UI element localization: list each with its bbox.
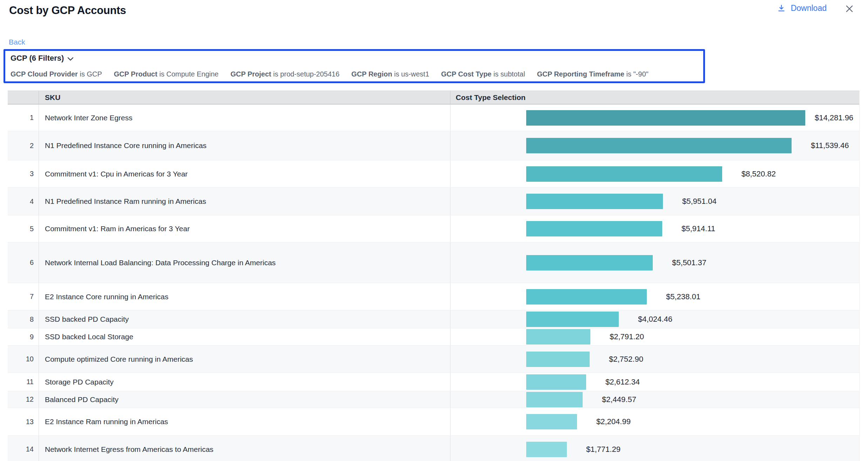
chevron-down-icon <box>67 56 74 61</box>
cost-bar <box>526 329 590 345</box>
filter-operator: is <box>159 70 166 78</box>
cost-bar <box>526 255 653 270</box>
close-icon <box>845 4 854 14</box>
row-sku-label: Balanced PD Capacity <box>39 391 450 408</box>
cost-value-label: $8,520.82 <box>741 169 776 179</box>
row-chart-cell: $2,204.99 <box>450 408 859 435</box>
row-sku-label: E2 Instance Core running in Americas <box>39 283 450 310</box>
row-chart-cell: $1,771.29 <box>450 436 859 461</box>
filter-item: GCP Project is prod-setup-205416 <box>230 70 339 78</box>
row-chart-cell: $5,914.11 <box>450 215 859 242</box>
row-index: 2 <box>8 131 39 160</box>
filter-field-name: GCP Product <box>114 70 157 78</box>
cost-value-label: $5,501.37 <box>672 258 706 267</box>
page-title: Cost by GCP Accounts <box>9 4 126 17</box>
row-sku-label: Network Inter Zone Egress <box>39 105 450 131</box>
row-index: 13 <box>8 408 39 435</box>
row-chart-cell: $5,238.01 <box>450 283 859 310</box>
filter-panel: GCP (6 Filters) GCP Cloud Provider is GC… <box>4 49 705 83</box>
filter-operator: is <box>494 70 501 78</box>
back-link[interactable]: Back <box>9 38 25 46</box>
column-header-index <box>8 91 39 104</box>
row-sku-label: Network Internet Egress from Americas to… <box>39 436 450 461</box>
filter-value: Compute Engine <box>166 70 218 78</box>
cost-bar <box>526 374 586 390</box>
filter-field-name: GCP Project <box>230 70 271 78</box>
table-row: 7 E2 Instance Core running in Americas $… <box>8 283 859 310</box>
cost-value-label: $1,771.29 <box>586 445 621 454</box>
row-sku-label: SSD backed PD Capacity <box>39 310 450 328</box>
cost-value-label: $5,238.01 <box>666 292 700 301</box>
cost-bar <box>526 138 792 153</box>
cost-value-label: $14,281.96 <box>815 113 853 122</box>
table-row: 4 N1 Predefined Instance Ram running in … <box>8 187 859 215</box>
row-index: 8 <box>8 310 39 328</box>
row-sku-label: N1 Predefined Instance Core running in A… <box>39 131 450 160</box>
filter-item: GCP Reporting Timeframe is "-90" <box>537 70 649 78</box>
download-label: Download <box>791 4 827 13</box>
row-index: 10 <box>8 346 39 373</box>
cost-bar <box>526 392 583 407</box>
cost-bar <box>526 414 577 429</box>
filter-field-name: GCP Cost Type <box>441 70 491 78</box>
row-index: 4 <box>8 188 39 215</box>
cost-value-label: $4,024.46 <box>638 315 672 324</box>
row-index: 14 <box>8 436 39 461</box>
row-index: 3 <box>8 160 39 187</box>
row-index: 7 <box>8 283 39 310</box>
table-row: 2 N1 Predefined Instance Core running in… <box>8 131 859 160</box>
filter-field-name: GCP Cloud Provider <box>11 70 78 78</box>
column-header-sku: SKU <box>39 91 450 104</box>
filter-item: GCP Cost Type is subtotal <box>441 70 525 78</box>
row-sku-label: Storage PD Capacity <box>39 373 450 391</box>
filter-summary-toggle[interactable]: GCP (6 Filters) <box>11 54 74 63</box>
filter-field-name: GCP Region <box>351 70 392 78</box>
row-sku-label: Compute optimized Core running in Americ… <box>39 346 450 373</box>
filter-field-name: GCP Reporting Timeframe <box>537 70 624 78</box>
filter-value: prod-setup-205416 <box>280 70 339 78</box>
row-chart-cell: $11,539.46 <box>450 131 859 160</box>
row-chart-cell: $2,612.34 <box>450 373 859 391</box>
cost-value-label: $2,752.90 <box>609 355 643 364</box>
row-index: 9 <box>8 328 39 345</box>
filter-value: subtotal <box>501 70 525 78</box>
table-row: 14 Network Internet Egress from Americas… <box>8 435 859 461</box>
download-icon <box>777 4 786 13</box>
row-chart-cell: $5,501.37 <box>450 242 859 283</box>
close-button[interactable] <box>843 3 855 15</box>
cost-bar <box>526 221 662 236</box>
cost-value-label: $2,449.57 <box>602 395 636 404</box>
filter-operator: is <box>273 70 280 78</box>
cost-bar <box>526 442 567 457</box>
cost-by-gcp-accounts-panel: Cost by GCP Accounts Download Back GCP (… <box>0 0 868 461</box>
filter-operator: is <box>626 70 633 78</box>
filter-value: us-west1 <box>401 70 429 78</box>
row-chart-cell: $14,281.96 <box>450 105 859 131</box>
cost-value-label: $2,204.99 <box>596 417 631 426</box>
cost-value-label: $11,539.46 <box>811 141 849 150</box>
filter-operator: is <box>80 70 87 78</box>
table-row: 6 Network Internal Load Balancing: Data … <box>8 242 859 283</box>
row-sku-label: SSD backed Local Storage <box>39 328 450 345</box>
row-sku-label: Commitment v1: Cpu in Americas for 3 Yea… <box>39 160 450 187</box>
row-sku-label: Network Internal Load Balancing: Data Pr… <box>39 242 450 283</box>
table-row: 8 SSD backed PD Capacity $4,024.46 <box>8 310 859 328</box>
row-index: 11 <box>8 373 39 391</box>
table-row: 12 Balanced PD Capacity $2,449.57 <box>8 391 859 408</box>
filter-item: GCP Region is us-west1 <box>351 70 429 78</box>
table-body: 1 Network Inter Zone Egress $14,281.96 2… <box>8 105 859 461</box>
column-header-cost-type-selection: Cost Type Selection <box>450 91 859 104</box>
row-chart-cell: $2,449.57 <box>450 391 859 408</box>
cost-bar <box>526 166 722 182</box>
table-row: 11 Storage PD Capacity $2,612.34 <box>8 373 859 391</box>
row-index: 12 <box>8 391 39 408</box>
download-button[interactable]: Download <box>777 4 827 13</box>
filter-value: GCP <box>87 70 102 78</box>
table-row: 10 Compute optimized Core running in Ame… <box>8 345 859 373</box>
cost-bar <box>526 110 805 126</box>
filter-operator: is <box>394 70 401 78</box>
cost-table: SKU Cost Type Selection 1 Network Inter … <box>8 91 860 461</box>
row-index: 6 <box>8 242 39 283</box>
table-row: 5 Commitment v1: Ram in Americas for 3 Y… <box>8 215 859 242</box>
row-sku-label: E2 Instance Ram running in Americas <box>39 408 450 435</box>
